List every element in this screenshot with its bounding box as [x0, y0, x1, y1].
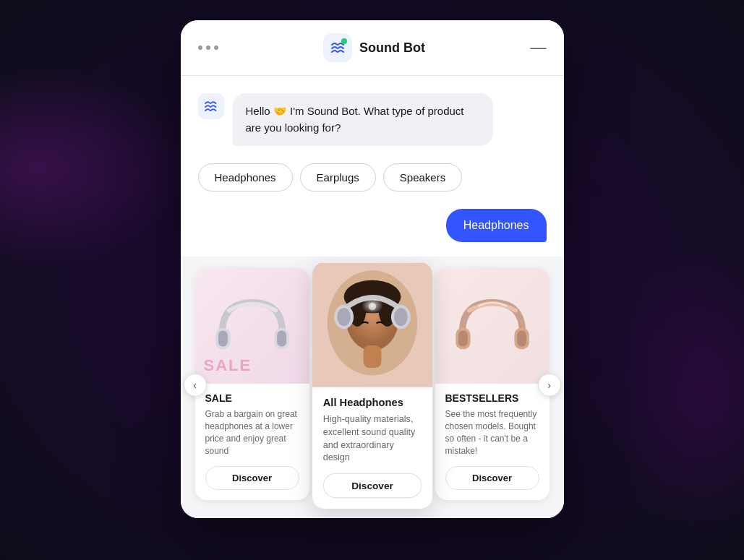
- bot-message-row: Hello 🤝 I'm Sound Bot. What type of prod…: [198, 93, 547, 146]
- brand-title: Sound Bot: [359, 40, 425, 56]
- card-bestsellers: BESTSELLERS See the most frequently chos…: [435, 268, 550, 499]
- all-headphones-card-title: All Headphones: [322, 397, 422, 409]
- card-all-headphones: All Headphones High-quality materials, e…: [312, 262, 432, 509]
- minimize-button[interactable]: —: [530, 40, 546, 56]
- all-headphones-card-image: [312, 262, 432, 387]
- chatbot-window: Sound Bot — Hello 🤝 I'm Sound Bot. What …: [181, 20, 564, 517]
- user-message-text: Headphones: [463, 219, 529, 231]
- svg-rect-10: [363, 345, 381, 368]
- dot-3: [214, 46, 218, 50]
- bestsellers-card-desc: See the most frequently chosen models. B…: [445, 408, 539, 457]
- card-sale: SALE SALE: [195, 268, 309, 499]
- all-headphones-svg: [312, 262, 432, 387]
- all-headphones-card-body: All Headphones High-quality materials, e…: [312, 388, 432, 509]
- bot-message-text: Hello 🤝 I'm Sound Bot. What type of prod…: [246, 105, 464, 134]
- cards-container: ‹ › SALE: [181, 257, 564, 517]
- header-brand: Sound Bot: [323, 33, 425, 62]
- all-headphones-discover-button[interactable]: Discover: [322, 473, 422, 499]
- sale-card-title: SALE: [205, 392, 299, 404]
- quick-reply-earplugs[interactable]: Earplugs: [300, 163, 376, 191]
- header-dots: [198, 46, 218, 50]
- sale-discover-button[interactable]: Discover: [205, 466, 299, 490]
- chat-body: Hello 🤝 I'm Sound Bot. What type of prod…: [181, 76, 564, 257]
- sale-card-body: SALE Grab a bargain on great headphones …: [195, 384, 309, 499]
- bestsellers-headphone-svg: [445, 283, 539, 369]
- quick-reply-headphones[interactable]: Headphones: [198, 163, 293, 191]
- cards-section: ‹ › SALE: [181, 257, 564, 517]
- svg-point-1: [341, 38, 347, 44]
- dot-2: [206, 46, 210, 50]
- quick-replies: Headphones Earplugs Speakers: [198, 163, 547, 191]
- carousel-left-button[interactable]: ‹: [184, 374, 207, 397]
- svg-rect-6: [277, 331, 286, 347]
- user-message-row: Headphones: [198, 209, 547, 257]
- svg-rect-23: [517, 331, 526, 347]
- sale-image-badge: SALE: [204, 356, 252, 375]
- svg-rect-4: [218, 331, 227, 347]
- dot-1: [198, 46, 202, 50]
- bestsellers-card-image: [435, 268, 550, 384]
- svg-rect-21: [458, 331, 467, 347]
- user-bubble: Headphones: [446, 209, 547, 242]
- bestsellers-card-title: BESTSELLERS: [445, 392, 539, 404]
- brand-icon: [323, 33, 352, 62]
- bestsellers-card-body: BESTSELLERS See the most frequently chos…: [435, 384, 550, 499]
- chat-header: Sound Bot —: [181, 20, 564, 76]
- bot-bubble: Hello 🤝 I'm Sound Bot. What type of prod…: [233, 93, 493, 146]
- bestsellers-discover-button[interactable]: Discover: [445, 466, 539, 490]
- sale-card-image: SALE: [195, 268, 309, 384]
- quick-reply-speakers[interactable]: Speakers: [383, 163, 462, 191]
- carousel-right-button[interactable]: ›: [538, 374, 561, 397]
- sale-card-desc: Grab a bargain on great headphones at a …: [205, 408, 299, 457]
- bot-avatar: [198, 93, 224, 119]
- all-headphones-card-desc: High-quality materials, excellent sound …: [322, 413, 422, 465]
